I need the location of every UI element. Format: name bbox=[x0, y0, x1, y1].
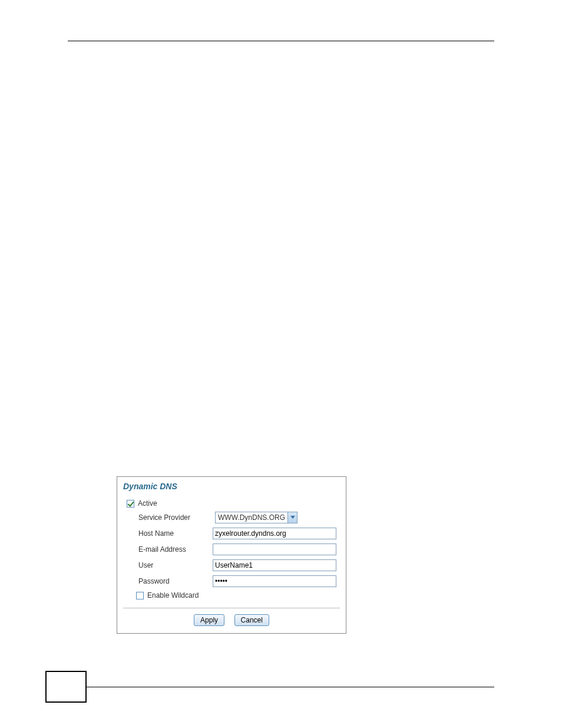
password-label: Password bbox=[127, 577, 213, 585]
row-user: User bbox=[127, 559, 336, 571]
service-provider-label: Service Provider bbox=[127, 513, 215, 522]
svg-marker-0 bbox=[290, 516, 295, 519]
wildcard-checkbox[interactable] bbox=[136, 592, 144, 599]
email-label: E-mail Address bbox=[127, 545, 213, 554]
panel-title: Dynamic DNS bbox=[123, 482, 340, 491]
separator bbox=[123, 608, 340, 608]
active-checkbox[interactable] bbox=[127, 500, 134, 508]
wildcard-label: Enable Wildcard bbox=[147, 591, 199, 599]
header-rule bbox=[68, 41, 494, 41]
email-input[interactable] bbox=[213, 543, 336, 555]
footer-rule bbox=[87, 687, 494, 687]
row-host-name: Host Name bbox=[127, 528, 336, 539]
service-provider-select[interactable]: WWW.DynDNS.ORG bbox=[215, 512, 297, 523]
row-service-provider: Service Provider WWW.DynDNS.ORG bbox=[127, 512, 336, 523]
cancel-button[interactable]: Cancel bbox=[234, 614, 269, 626]
form-area: Active Service Provider WWW.DynDNS.ORG H… bbox=[123, 499, 340, 599]
dynamic-dns-panel: Dynamic DNS Active Service Provider WWW.… bbox=[117, 476, 346, 634]
user-input[interactable] bbox=[213, 559, 336, 571]
user-label: User bbox=[127, 561, 213, 569]
button-row: Apply Cancel bbox=[123, 614, 340, 627]
row-active: Active bbox=[127, 499, 336, 508]
apply-button[interactable]: Apply bbox=[194, 614, 224, 626]
active-label: Active bbox=[138, 499, 157, 508]
service-provider-value: WWW.DynDNS.ORG bbox=[216, 513, 287, 522]
chevron-down-icon[interactable] bbox=[287, 512, 297, 523]
row-password: Password bbox=[127, 575, 336, 587]
row-wildcard: Enable Wildcard bbox=[127, 591, 336, 599]
password-input[interactable] bbox=[213, 575, 336, 587]
page-number-box bbox=[45, 671, 87, 703]
host-name-label: Host Name bbox=[127, 529, 213, 538]
host-name-input[interactable] bbox=[213, 528, 336, 539]
row-email: E-mail Address bbox=[127, 543, 336, 555]
